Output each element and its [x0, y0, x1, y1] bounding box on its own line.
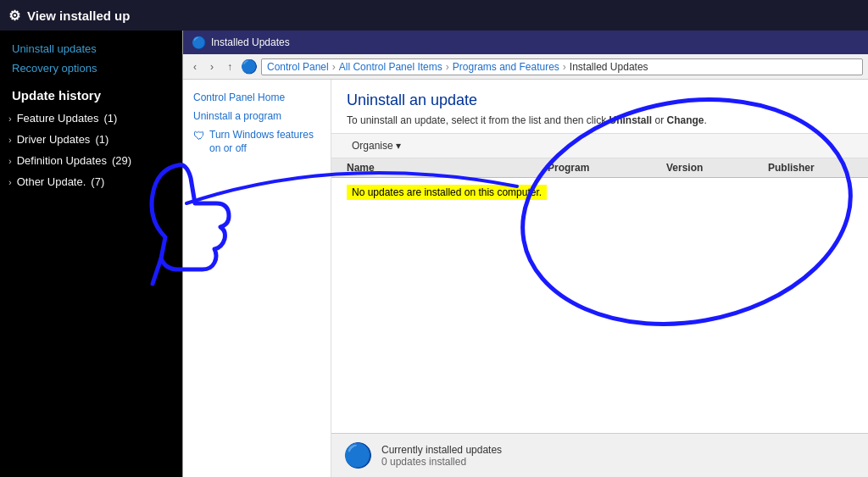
feature-updates-label: Feature Updates [17, 112, 99, 125]
uninstall-program-link[interactable]: Uninstall a program [183, 107, 331, 125]
table-header: Name Program Version Publisher [331, 158, 868, 178]
path-all-cp[interactable]: All Control Panel Items [339, 61, 442, 73]
address-icon: 🔵 [241, 58, 258, 75]
definition-updates-label: Definition Updates [17, 154, 107, 167]
address-path: Control Panel › All Control Panel Items … [261, 58, 863, 75]
sidebar-item-uninstall-updates[interactable]: Uninstall updates [0, 39, 182, 58]
status-label: Currently installed updates [381, 444, 502, 456]
chevron-right-icon: › [8, 156, 12, 166]
table-toolbar: Organise ▾ [331, 134, 868, 158]
up-button[interactable]: ↑ [222, 58, 237, 75]
col-program-header: Program [548, 162, 666, 174]
update-history-title: Update history [0, 78, 182, 108]
chevron-right-icon: › [8, 177, 12, 187]
address-bar: ‹ › ↑ 🔵 Control Panel › All Control Pane… [183, 54, 868, 80]
feature-updates-count: (1) [104, 112, 118, 125]
update-header: Uninstall an update To uninstall an upda… [331, 80, 868, 134]
turn-windows-features-label[interactable]: Turn Windows features on or off [209, 129, 320, 155]
organise-label: Organise [352, 140, 393, 152]
sidebar-item-other-updates[interactable]: › Other Update. (7) [0, 171, 182, 192]
window-title: Installed Updates [211, 36, 290, 48]
other-updates-label: Other Update. [17, 175, 86, 188]
status-bar: 🔵 Currently installed updates 0 updates … [331, 433, 868, 477]
path-programs[interactable]: Programs and Features [453, 61, 559, 73]
col-version-header: Version [666, 162, 768, 174]
content-panel: 🔵 Installed Updates ‹ › ↑ 🔵 Control Pane… [182, 31, 868, 477]
driver-updates-count: (1) [95, 133, 108, 146]
window-titlebar: 🔵 Installed Updates [183, 31, 868, 54]
back-button[interactable]: ‹ [188, 58, 202, 75]
chevron-right-icon: › [8, 135, 12, 145]
driver-updates-label: Driver Updates [17, 133, 91, 146]
sidebar: Uninstall updates Recovery options Updat… [0, 31, 182, 477]
content-inner: Control Panel Home Uninstall a program 🛡… [183, 80, 868, 477]
table-body: No updates are installed on this compute… [331, 178, 868, 433]
update-description: To uninstall an update, select it from t… [347, 114, 853, 126]
sidebar-item-definition-updates[interactable]: › Definition Updates (29) [0, 150, 182, 171]
sidebar-item-feature-updates[interactable]: › Feature Updates (1) [0, 108, 182, 129]
col-name-header: Name [347, 162, 548, 174]
definition-updates-count: (29) [112, 154, 131, 167]
status-icon: 🔵 [343, 441, 373, 469]
status-count: 0 updates installed [381, 456, 502, 468]
organise-dropdown-icon: ▾ [396, 140, 401, 152]
chevron-right-icon: › [8, 114, 12, 124]
uninstall-title: Uninstall an update [347, 92, 853, 109]
forward-button[interactable]: › [205, 58, 219, 75]
installed-updates-icon: 🔵 [192, 36, 206, 49]
control-panel-home-link[interactable]: Control Panel Home [183, 88, 331, 107]
sidebar-item-driver-updates[interactable]: › Driver Updates (1) [0, 129, 182, 150]
page-title: View installed up [27, 8, 130, 23]
gear-icon: ⚙ [8, 8, 20, 24]
no-updates-message: No updates are installed on this compute… [347, 185, 547, 200]
shield-icon: 🛡 [193, 129, 205, 142]
update-content: Uninstall an update To uninstall an upda… [331, 80, 868, 477]
organise-button[interactable]: Organise ▾ [347, 137, 406, 154]
col-publisher-header: Publisher [768, 162, 853, 174]
sidebar-item-recovery-options[interactable]: Recovery options [0, 58, 182, 78]
path-control-panel[interactable]: Control Panel [267, 61, 329, 73]
nav-panel: Control Panel Home Uninstall a program 🛡… [183, 80, 331, 477]
path-installed-updates: Installed Updates [570, 61, 648, 73]
turn-windows-features-item[interactable]: 🛡 Turn Windows features on or off [183, 125, 331, 158]
status-info: Currently installed updates 0 updates in… [381, 444, 502, 468]
other-updates-count: (7) [91, 175, 104, 188]
